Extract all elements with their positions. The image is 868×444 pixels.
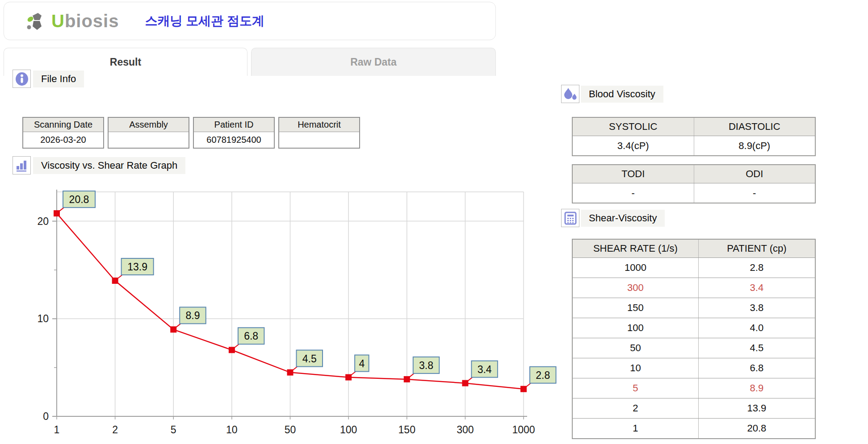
shear-rate-cell: 10 xyxy=(573,358,699,378)
page-title-korean: 스캐닝 모세관 점도계 xyxy=(145,12,264,29)
calculator-icon xyxy=(563,211,578,225)
label-connector xyxy=(116,275,122,280)
table-row: 213.9 xyxy=(573,398,815,419)
todi-odi-table-values: - - xyxy=(573,183,815,203)
x-tick-label: 5 xyxy=(171,424,176,436)
file-info-box-value xyxy=(109,132,189,148)
patient-viscosity-cell: 3.8 xyxy=(699,298,815,318)
data-label: 8.9 xyxy=(186,310,200,321)
blood-viscosity-table-values: 3.4(cP) 8.9(cP) xyxy=(573,136,815,155)
data-label: 4.5 xyxy=(302,353,317,365)
todi-header: TODI xyxy=(573,165,694,183)
shear-viscosity-icon-box xyxy=(561,209,579,227)
bar-chart-icon xyxy=(15,158,29,173)
diastolic-value: 8.9(cP) xyxy=(694,136,815,155)
shear-viscosity-section-label: Shear-Viscosity xyxy=(581,210,665,227)
patient-viscosity-cell: 13.9 xyxy=(699,398,815,418)
shear-rate-cell: 150 xyxy=(573,298,699,318)
shear-rate-cell: 300 xyxy=(573,278,699,298)
shear-rate-cell: 5 xyxy=(573,378,699,398)
x-tick-label: 50 xyxy=(285,424,296,436)
label-connector xyxy=(349,372,356,377)
logo-u: U xyxy=(51,11,65,31)
label-connector xyxy=(466,378,472,382)
shear-rate-cell: 2 xyxy=(573,398,699,418)
label-connector xyxy=(174,324,180,328)
ubiosis-logo: Ubiosis xyxy=(25,8,119,33)
data-label: 3.8 xyxy=(419,360,433,371)
data-label: 2.8 xyxy=(536,369,550,381)
table-row: 120.8 xyxy=(573,419,815,438)
file-info-box: Scanning Date2026-03-20 xyxy=(22,117,104,149)
y-tick-label: 20 xyxy=(37,216,49,227)
viscosity-shear-rate-chart: 010201251050100150300100020.813.98.96.84… xyxy=(0,181,558,444)
data-label: 20.8 xyxy=(69,194,89,205)
x-tick-label: 150 xyxy=(398,424,415,436)
file-info-box-label: Assembly xyxy=(109,118,189,132)
file-info-box-value: 2026-03-20 xyxy=(23,132,103,148)
data-label: 4 xyxy=(359,358,365,369)
patient-viscosity-cell: 4.5 xyxy=(699,338,815,358)
data-label: 6.8 xyxy=(244,330,258,342)
odi-header: ODI xyxy=(694,165,815,183)
file-info-box-value: 60781925400 xyxy=(194,132,274,148)
x-tick-label: 1 xyxy=(54,424,60,436)
app-header: Ubiosis 스캐닝 모세관 점도계 xyxy=(4,2,496,40)
info-icon xyxy=(14,71,29,87)
label-connector xyxy=(58,207,64,212)
graph-icon-box xyxy=(13,156,31,174)
shear-rate-cell: 100 xyxy=(573,318,699,338)
patient-viscosity-cell: 6.8 xyxy=(699,358,815,378)
blood-viscosity-section-label: Blood Viscosity xyxy=(581,86,663,103)
label-connector xyxy=(291,367,298,372)
shear-rate-cell: 50 xyxy=(573,338,699,358)
blood-drop-icon xyxy=(563,87,578,102)
blood-viscosity-icon-box xyxy=(561,85,579,103)
patient-viscosity-cell: 20.8 xyxy=(699,419,815,438)
blood-viscosity-table-header: SYSTOLIC DIASTOLIC xyxy=(573,118,815,136)
file-info-box: Patient ID60781925400 xyxy=(193,117,275,149)
shear-rate-cell: 1 xyxy=(573,419,699,438)
label-connector xyxy=(233,344,239,349)
label-connector xyxy=(408,373,414,378)
tab-raw-data[interactable]: Raw Data xyxy=(251,48,496,76)
file-info-box-label: Patient ID xyxy=(194,118,274,132)
file-info-box-value xyxy=(279,132,359,148)
blood-viscosity-table: SYSTOLIC DIASTOLIC 3.4(cP) 8.9(cP) xyxy=(572,117,816,156)
logo-rest: biosis xyxy=(65,11,119,31)
odi-value: - xyxy=(694,183,815,203)
x-tick-label: 2 xyxy=(112,424,118,436)
table-row: 58.9 xyxy=(573,378,815,398)
systolic-value: 3.4(cP) xyxy=(573,136,694,155)
y-tick-label: 0 xyxy=(43,411,49,422)
y-tick-label: 10 xyxy=(37,313,49,324)
x-tick-label: 10 xyxy=(226,424,238,436)
patient-column-header: PATIENT (cp) xyxy=(699,240,815,257)
graph-section-label: Viscosity vs. Shear Rate Graph xyxy=(33,157,185,174)
x-tick-label: 100 xyxy=(340,424,357,436)
x-tick-label: 1000 xyxy=(512,424,535,436)
data-label: 3.4 xyxy=(478,364,492,375)
table-row: 3003.4 xyxy=(573,278,815,298)
shear-viscosity-table-header: SHEAR RATE (1/s) PATIENT (cp) xyxy=(573,240,815,258)
label-connector xyxy=(524,383,531,388)
file-info-section-label: File Info xyxy=(33,71,84,87)
todi-odi-table-header: TODI ODI xyxy=(573,165,815,183)
file-info-box: Assembly xyxy=(108,117,189,149)
ubiosis-logo-text: Ubiosis xyxy=(51,11,119,31)
patient-viscosity-cell: 4.0 xyxy=(699,318,815,338)
table-row: 10002.8 xyxy=(573,258,815,278)
data-label: 13.9 xyxy=(127,261,147,273)
x-tick-label: 300 xyxy=(457,424,474,436)
shear-rate-cell: 1000 xyxy=(573,258,699,278)
table-row: 106.8 xyxy=(573,358,815,378)
diastolic-header: DIASTOLIC xyxy=(694,118,815,136)
file-info-icon-box xyxy=(13,70,31,88)
shear-rate-column-header: SHEAR RATE (1/s) xyxy=(573,240,699,257)
ubiosis-logo-icon xyxy=(25,8,50,33)
file-info-fields: Scanning Date2026-03-20AssemblyPatient I… xyxy=(22,117,360,149)
shear-viscosity-table: SHEAR RATE (1/s) PATIENT (cp) 10002.8300… xyxy=(572,239,816,439)
todi-odi-table: TODI ODI - - xyxy=(572,164,816,203)
todi-value: - xyxy=(573,183,694,203)
table-row: 1503.8 xyxy=(573,298,815,318)
